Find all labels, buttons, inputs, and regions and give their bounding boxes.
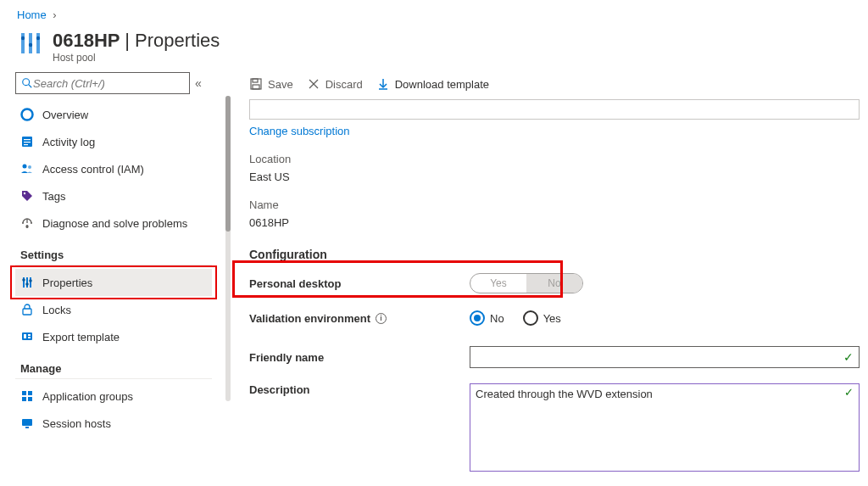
name-value: 0618HP bbox=[249, 216, 868, 229]
sidebar-section-settings: Settings bbox=[15, 237, 212, 265]
sidebar-item-overview[interactable]: Overview bbox=[15, 101, 212, 128]
validation-environment-label: Validation environment i bbox=[249, 312, 470, 325]
svg-point-14 bbox=[28, 165, 31, 169]
svg-rect-10 bbox=[24, 139, 31, 140]
validation-radio-no[interactable]: No bbox=[470, 310, 504, 326]
svg-point-8 bbox=[22, 109, 33, 120]
svg-rect-19 bbox=[26, 225, 29, 228]
svg-point-24 bbox=[25, 282, 29, 286]
sidebar-item-application-groups[interactable]: Application groups bbox=[15, 383, 212, 410]
page-title: 0618HP | Properties bbox=[53, 30, 220, 52]
overview-icon bbox=[20, 108, 34, 121]
subscription-field[interactable] bbox=[249, 99, 860, 120]
sidebar-item-session-hosts[interactable]: Session hosts bbox=[15, 410, 212, 437]
svg-rect-2 bbox=[36, 33, 40, 53]
validation-environment-row: Validation environment i No Yes bbox=[249, 310, 868, 326]
host-pool-icon bbox=[17, 30, 44, 57]
friendly-name-input[interactable] bbox=[470, 346, 860, 368]
validation-radio-yes[interactable]: Yes bbox=[523, 310, 561, 326]
tags-icon bbox=[20, 189, 34, 203]
friendly-name-label: Friendly name bbox=[249, 351, 470, 364]
svg-point-23 bbox=[22, 278, 25, 282]
svg-rect-28 bbox=[24, 334, 26, 338]
download-template-button[interactable]: Download template bbox=[376, 77, 489, 91]
sidebar-item-export-template[interactable]: Export template bbox=[15, 323, 212, 350]
personal-desktop-row: Personal desktop Yes No bbox=[249, 273, 868, 293]
save-button[interactable]: Save bbox=[249, 77, 293, 91]
svg-rect-38 bbox=[253, 79, 258, 82]
svg-rect-27 bbox=[22, 332, 32, 340]
personal-desktop-label: Personal desktop bbox=[249, 277, 470, 290]
locks-icon bbox=[20, 303, 34, 316]
radio-unchecked-icon bbox=[523, 310, 538, 326]
configuration-title: Configuration bbox=[249, 248, 868, 261]
main-panel: Save Discard Download template Change su… bbox=[232, 72, 868, 472]
svg-point-18 bbox=[31, 222, 32, 224]
location-label: Location bbox=[249, 153, 868, 165]
check-icon: ✓ bbox=[844, 386, 854, 399]
chevron-right-icon: › bbox=[53, 8, 56, 21]
sidebar-item-properties[interactable]: Properties bbox=[15, 269, 212, 296]
svg-rect-21 bbox=[26, 277, 28, 288]
search-icon bbox=[21, 77, 33, 89]
search-input[interactable] bbox=[33, 77, 184, 90]
svg-rect-30 bbox=[28, 337, 31, 338]
session-hosts-icon bbox=[20, 416, 34, 430]
discard-button[interactable]: Discard bbox=[307, 77, 363, 91]
breadcrumb-home[interactable]: Home bbox=[17, 8, 47, 21]
change-subscription-link[interactable]: Change subscription bbox=[249, 125, 868, 137]
svg-rect-35 bbox=[22, 419, 32, 426]
personal-desktop-toggle: Yes No bbox=[470, 273, 583, 293]
application-groups-icon bbox=[20, 389, 34, 403]
sidebar-item-locks[interactable]: Locks bbox=[15, 296, 212, 323]
export-template-icon bbox=[20, 330, 34, 344]
svg-point-13 bbox=[23, 165, 27, 169]
sidebar-item-access-control[interactable]: Access control (IAM) bbox=[15, 155, 212, 182]
svg-rect-26 bbox=[23, 309, 31, 315]
svg-point-6 bbox=[23, 79, 30, 86]
sidebar-search[interactable] bbox=[15, 72, 190, 94]
info-icon[interactable]: i bbox=[376, 313, 387, 324]
access-control-icon bbox=[20, 162, 34, 176]
svg-rect-12 bbox=[24, 144, 28, 145]
description-row: Description Created through the WVD exte… bbox=[249, 383, 868, 472]
svg-point-17 bbox=[22, 222, 24, 224]
download-icon bbox=[376, 77, 390, 91]
svg-rect-36 bbox=[25, 427, 29, 428]
page-header: 0618HP | Properties Host pool bbox=[0, 25, 868, 72]
sidebar-section-manage: Manage bbox=[15, 350, 212, 379]
svg-rect-32 bbox=[28, 391, 32, 395]
svg-point-5 bbox=[36, 36, 40, 40]
page-subtitle: Host pool bbox=[53, 52, 220, 64]
friendly-name-row: Friendly name bbox=[249, 346, 868, 368]
collapse-sidebar-button[interactable]: « bbox=[195, 76, 202, 90]
svg-rect-39 bbox=[253, 85, 259, 89]
svg-line-7 bbox=[29, 85, 32, 88]
sidebar-item-diagnose[interactable]: Diagnose and solve problems bbox=[15, 209, 212, 237]
diagnose-icon bbox=[20, 216, 34, 230]
properties-icon bbox=[20, 276, 34, 289]
location-value: East US bbox=[249, 170, 868, 183]
svg-rect-22 bbox=[30, 277, 31, 288]
svg-point-15 bbox=[24, 193, 25, 194]
svg-rect-0 bbox=[21, 33, 25, 53]
name-label: Name bbox=[249, 198, 868, 211]
svg-rect-31 bbox=[22, 391, 26, 395]
sidebar-scrollbar[interactable] bbox=[224, 72, 232, 472]
description-label: Description bbox=[249, 383, 470, 396]
svg-rect-11 bbox=[24, 142, 31, 142]
svg-rect-29 bbox=[28, 334, 31, 336]
sidebar-item-activity-log[interactable]: Activity log bbox=[15, 128, 212, 155]
description-input[interactable]: Created through the WVD extension ✓ bbox=[470, 383, 860, 472]
svg-rect-33 bbox=[22, 397, 26, 401]
toggle-yes: Yes bbox=[470, 274, 526, 293]
svg-rect-34 bbox=[28, 397, 32, 401]
save-icon bbox=[249, 77, 263, 91]
sidebar-item-tags[interactable]: Tags bbox=[15, 182, 212, 209]
activity-log-icon bbox=[20, 135, 34, 148]
discard-icon bbox=[307, 77, 320, 91]
sidebar: « Overview Activity log Access control (… bbox=[15, 72, 212, 472]
radio-checked-icon bbox=[470, 310, 485, 326]
toolbar: Save Discard Download template bbox=[249, 72, 868, 99]
svg-point-4 bbox=[29, 43, 32, 47]
